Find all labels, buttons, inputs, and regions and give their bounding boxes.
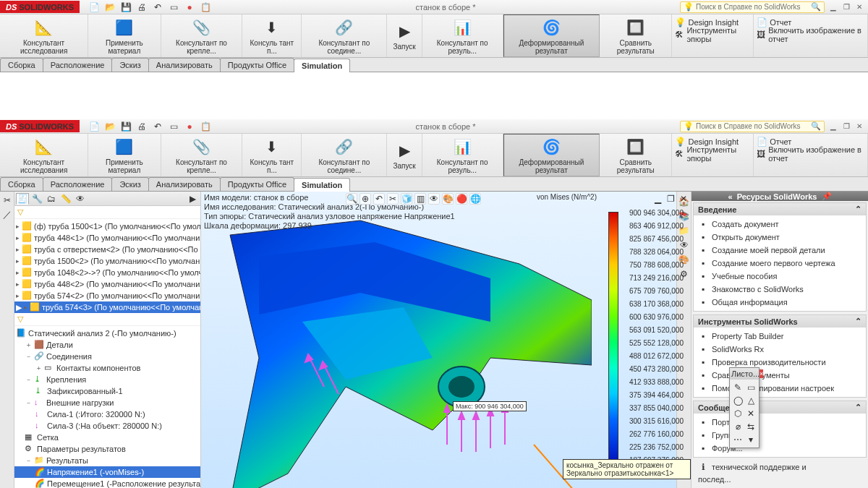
display-style-icon[interactable]: ▥	[414, 193, 426, 205]
displacement-plot-node[interactable]: 🌈Перемещение1 (-Расположение результата-…	[14, 478, 200, 488]
expand-right-icon[interactable]: ▶	[186, 193, 199, 205]
search-input[interactable]	[696, 3, 811, 11]
resource-link[interactable]: ▪Сравнить документы	[696, 369, 864, 382]
view-orient-icon[interactable]: 🧊	[401, 193, 412, 205]
tab-layout[interactable]: Расположение	[43, 177, 113, 191]
fixed-node[interactable]: ⤓Зафиксированный-1	[14, 385, 200, 397]
tree-item[interactable]: ▸🟨труба 448<1> (По умолчанию<<По умолчан…	[14, 232, 200, 244]
tab-simulation[interactable]: Simulation	[294, 178, 350, 192]
force1-node[interactable]: ↓Сила-1 (:Итого: 320000 N:)	[14, 408, 200, 420]
run-button[interactable]: ▶Запуск	[387, 14, 422, 57]
select-icon[interactable]: ▭	[168, 1, 179, 13]
force3-node[interactable]: ↓Сила-3 (:На объект: 280000 N:)	[14, 420, 200, 432]
section-icon[interactable]: ✂	[387, 193, 399, 205]
select-icon[interactable]: ▭	[168, 121, 179, 132]
vp-min-icon[interactable]: ▁	[652, 193, 663, 205]
apply-material-button[interactable]: 🟦Применить материал	[88, 134, 161, 176]
search-go-icon[interactable]: 🔍	[811, 121, 821, 131]
deformed-result-button[interactable]: 🌀Деформированный результат	[503, 134, 600, 176]
tab-evaluate[interactable]: Анализировать	[148, 58, 221, 72]
new-icon[interactable]: 📄	[88, 121, 100, 132]
advisor-button[interactable]: ⬇Консуль тант п...	[242, 134, 302, 176]
open-icon[interactable]: 📂	[104, 1, 116, 13]
resource-link[interactable]: ▪Создание моего первого чертежа	[696, 257, 864, 270]
minimize-icon[interactable]: ▁	[827, 1, 839, 13]
options-icon[interactable]: 📋	[200, 121, 211, 132]
resource-link[interactable]: ▪Форум...	[696, 442, 864, 455]
tab-sketch[interactable]: Эскиз	[111, 58, 148, 72]
rebuild-icon[interactable]: ●	[184, 1, 195, 13]
palette-tool-icon[interactable]: ✎	[732, 382, 744, 393]
palette-tool-icon[interactable]: ⇆	[745, 421, 757, 432]
palette-tool-icon[interactable]: ▭	[745, 382, 757, 393]
palette-tool-icon[interactable]: ⌀	[732, 421, 744, 432]
plot-tools-button[interactable]: 🛠Инструменты эпюры	[675, 28, 750, 40]
close-icon[interactable]: ✕	[854, 1, 865, 13]
resource-link[interactable]: ▪Создать документ	[696, 218, 864, 231]
palette-tool-icon[interactable]: ⬡	[732, 408, 744, 419]
options-icon[interactable]: 📋	[200, 1, 211, 13]
help-search[interactable]: 💡🔍	[680, 1, 825, 13]
tree-item[interactable]: ▸🟨труба 448<2> (По умолчанию<<По умолчан…	[14, 278, 200, 290]
resource-link[interactable]: ▪Общая информация	[696, 296, 864, 309]
palette-tool-icon[interactable]: ◯	[732, 395, 744, 406]
simulation-tree[interactable]: 📘Статический анализ 2 (-По умолчанию-) ＋…	[14, 326, 200, 488]
scene-icon[interactable]: 🎨	[442, 193, 454, 205]
community-section-header[interactable]: Сообщест...⌃	[694, 401, 866, 414]
tab-layout[interactable]: Расположение	[43, 58, 113, 72]
tree-item[interactable]: ▸🟨(ф) труба 1500<1> (По умолчанию<<По ум…	[14, 221, 200, 232]
advisor-button[interactable]: ⬇Консуль тант п...	[242, 14, 302, 57]
tab-assembly[interactable]: Сборка	[0, 58, 43, 72]
resource-link[interactable]: ▪Портал...	[696, 416, 864, 429]
connection-advisor-button[interactable]: 🔗Консультант по соедине...	[302, 14, 387, 57]
tab-simulation[interactable]: Simulation	[294, 59, 350, 72]
property-tab-icon[interactable]: 🔧	[30, 193, 43, 205]
search-input[interactable]	[696, 122, 811, 130]
restore-icon[interactable]: ❐	[841, 1, 852, 13]
fixtures-node[interactable]: －⤓Крепления	[14, 374, 200, 385]
prev-view-icon[interactable]: ↶	[373, 193, 385, 205]
filter-bar[interactable]: ▽	[14, 206, 200, 219]
undo-icon[interactable]: ↶	[152, 1, 163, 13]
palette-close-icon[interactable]: ×	[760, 369, 763, 378]
include-image-button[interactable]: 🖼Включить изображение в отчет	[757, 28, 864, 40]
deformed-result-button[interactable]: 🌀Деформированный результат	[503, 14, 600, 57]
plot-tools-button[interactable]: 🛠Инструменты эпюры	[675, 147, 750, 160]
fixture-advisor-button[interactable]: 📎Консультант по крепле...	[161, 14, 243, 57]
palette-tool-icon[interactable]: ✕	[745, 408, 757, 419]
display-tab-icon[interactable]: 👁	[74, 193, 87, 205]
zoom-area-icon[interactable]: ⊕	[359, 193, 371, 205]
feature-tree[interactable]: ▸🟨(ф) труба 1500<1> (По умолчанию<<По ум…	[14, 219, 200, 313]
urgent-link[interactable]: ● URGE	[696, 485, 864, 488]
print-icon[interactable]: 🖨	[136, 121, 148, 132]
resource-link[interactable]: ▪Группы...	[696, 429, 864, 442]
hide-show-icon[interactable]: 👁	[428, 193, 440, 205]
cut-icon[interactable]: ✂	[1, 194, 13, 206]
run-button[interactable]: ▶Запуск	[387, 134, 422, 176]
connections-node[interactable]: －🔗Соединения	[14, 351, 200, 362]
minimize-icon[interactable]: ▁	[827, 121, 839, 132]
palette-titlebar[interactable]: Листо...×	[730, 368, 759, 380]
save-icon[interactable]: 💾	[120, 1, 132, 13]
dim-tab-icon[interactable]: 📏	[59, 193, 72, 205]
palette-tool-icon[interactable]: △	[745, 395, 757, 406]
help-search[interactable]: 💡🔍	[680, 121, 825, 132]
zoom-fit-icon[interactable]: 🔍	[346, 193, 357, 205]
feature-tree-tab-icon[interactable]: 🧾	[16, 193, 29, 205]
config-tab-icon[interactable]: 🗂	[45, 193, 58, 205]
tree-item-selected[interactable]: ▶▸🟨труба 574<3> (По умолчанию<<По умолча…	[14, 301, 200, 313]
compare-results-button[interactable]: 🔲Сравнить результаты	[600, 134, 672, 176]
resource-link[interactable]: ▪Создание моей первой детали	[696, 244, 864, 257]
search-go-icon[interactable]: 🔍	[811, 2, 821, 12]
result-options-node[interactable]: ⚙Параметры результатов	[14, 443, 200, 455]
pin-icon[interactable]: 📌	[822, 192, 832, 201]
study-advisor-button[interactable]: 📐Консультант исследования	[0, 14, 88, 57]
tree-item[interactable]: ▸🟨труба 574<2> (По умолчанию<<По умолчан…	[14, 290, 200, 301]
stress-plot-node[interactable]: 🌈Напряжение1 (-vonMises-)	[14, 466, 200, 478]
results-advisor-button[interactable]: 📊Консультант по резуль...	[422, 134, 503, 176]
close-icon[interactable]: ✕	[854, 121, 865, 132]
undo-icon[interactable]: ↶	[152, 121, 163, 132]
connection-advisor-button[interactable]: 🔗Консультант по соедине...	[302, 134, 387, 176]
support-link[interactable]: ℹтехнической поддержке и	[696, 461, 864, 474]
tab-office[interactable]: Продукты Office	[220, 177, 294, 191]
